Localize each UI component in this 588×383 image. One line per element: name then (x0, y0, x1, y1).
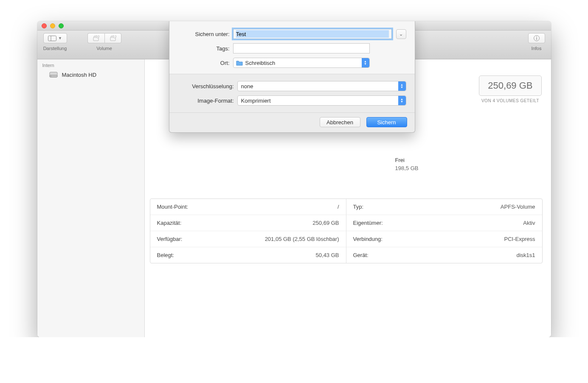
encryption-value: none (241, 83, 253, 89)
info-row: Typ:APFS-Volume (346, 199, 542, 215)
encryption-select[interactable]: none ▲▼ (237, 81, 406, 91)
capacity-value: 250,69 GB (479, 75, 541, 96)
cancel-button[interactable]: Abbrechen (320, 117, 360, 127)
capacity-box: 250,69 GB VON 4 VOLUMES GETEILT (479, 75, 541, 103)
location-select[interactable]: Schreibtisch ▲▼ (233, 58, 370, 68)
expand-location-button[interactable]: ⌄ (396, 29, 406, 39)
chevron-down-icon: ▼ (58, 36, 62, 40)
info-table: Mount-Point:/ Kapazität:250,69 GB Verfüg… (150, 198, 543, 263)
image-format-label: Image-Format: (178, 98, 237, 104)
capacity-subtitle: VON 4 VOLUMES GETEILT (479, 98, 541, 103)
save-as-input[interactable] (233, 29, 392, 39)
save-button[interactable]: Sichern (366, 117, 407, 127)
info-row: Gerät:disk1s1 (346, 247, 542, 263)
volume-remove-button[interactable] (104, 33, 121, 43)
sidebar-item-macintosh-hd[interactable]: Macintosh HD (37, 70, 144, 80)
image-format-select[interactable]: Komprimiert ▲▼ (237, 95, 406, 106)
save-sheet: Sichern unter: ⌄ Tags: Ort: Schreibtisch… (169, 21, 415, 133)
info-icon (533, 35, 540, 42)
volume-remove-icon (110, 35, 116, 41)
view-label: Darstellung (43, 46, 67, 51)
encryption-label: Verschlüsselung: (178, 83, 237, 89)
tags-input[interactable] (233, 43, 370, 53)
volume-label: Volume (96, 46, 112, 51)
location-label: Ort: (178, 60, 233, 66)
info-label: Infos (532, 46, 542, 51)
free-section: Frei 198,5 GB (395, 157, 506, 171)
chevron-down-icon: ⌄ (399, 31, 403, 37)
info-row: Eigentümer:Aktiv (346, 215, 542, 231)
info-row: Kapazität:250,69 GB (150, 215, 346, 231)
sidebar-item-label: Macintosh HD (62, 72, 97, 78)
volume-add-button[interactable] (87, 33, 104, 43)
info-row: Verfügbar:201,05 GB (2,55 GB löschbar) (150, 231, 346, 247)
select-arrows-icon: ▲▼ (398, 81, 406, 91)
svg-point-26 (51, 76, 51, 77)
svg-point-22 (536, 36, 537, 37)
folder-icon (236, 60, 243, 66)
info-row: Belegt:50,43 GB (150, 247, 346, 263)
location-value: Schreibtisch (245, 60, 276, 66)
image-format-value: Komprimiert (241, 98, 271, 104)
svg-rect-0 (48, 36, 56, 41)
sidebar-section-internal: Intern (37, 59, 144, 70)
info-row: Mount-Point:/ (150, 199, 346, 215)
free-value: 198,5 GB (395, 165, 506, 171)
app-window: Festplattendienstprogramm ▼ Darstellung (37, 21, 551, 337)
info-button[interactable] (528, 33, 545, 43)
select-arrows-icon: ▲▼ (398, 96, 406, 105)
sidebar-icon (48, 36, 56, 41)
view-button[interactable]: ▼ (43, 33, 67, 43)
sidebar: Intern Macintosh HD (37, 59, 145, 337)
tags-label: Tags: (178, 45, 233, 52)
info-row: Verbindung:PCI-Express (346, 231, 542, 247)
free-label: Frei (395, 157, 506, 163)
disk-icon (49, 71, 58, 78)
save-as-label: Sichern unter: (178, 31, 233, 37)
volume-add-icon (93, 35, 99, 41)
select-arrows-icon: ▲▼ (362, 58, 369, 67)
